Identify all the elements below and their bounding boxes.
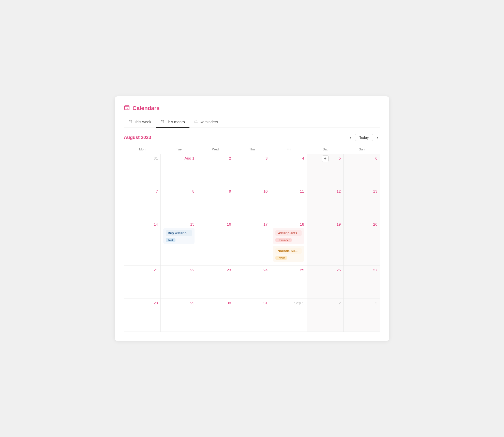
day-number: 13 (346, 189, 377, 193)
app-title: Calendars (132, 105, 159, 112)
day-number: 30 (200, 301, 231, 305)
event-card-reminder[interactable]: Water plants Reminder (273, 228, 304, 244)
reminders-icon (194, 120, 198, 124)
day-number: 10 (236, 189, 268, 193)
calendar-container: Calendars This week This month (115, 96, 389, 341)
day-cell-2[interactable]: 2 (197, 154, 234, 187)
day-number: 3 (346, 301, 377, 305)
day-cell-7[interactable]: 7 (124, 187, 161, 220)
svg-rect-0 (125, 106, 129, 110)
svg-rect-4 (161, 120, 164, 123)
day-cell-27[interactable]: 27 (344, 266, 380, 299)
event-title-reminder: Water plants (275, 230, 302, 236)
calendar-icon (124, 104, 130, 112)
day-number: 22 (163, 268, 195, 272)
event-badge-reminder: Reminder (275, 238, 292, 242)
month-nav: August 2023 ‹ Today › (124, 134, 380, 141)
tab-this-month[interactable]: This month (156, 117, 189, 128)
day-number: 23 (200, 268, 231, 272)
day-number: 3 (236, 156, 268, 160)
prev-month-button[interactable]: ‹ (348, 134, 353, 141)
day-number: 9 (200, 189, 231, 193)
this-month-icon (160, 120, 164, 124)
day-number: 20 (346, 222, 377, 226)
day-header-wed: Wed (197, 145, 234, 154)
day-cell-4[interactable]: 4 (270, 154, 307, 187)
day-number: 17 (236, 222, 268, 226)
event-card-task[interactable]: Buy waterin... Task (163, 228, 195, 244)
day-cell-24[interactable]: 24 (234, 266, 270, 299)
day-cell-10[interactable]: 10 (234, 187, 270, 220)
tab-this-month-label: This month (166, 120, 185, 124)
day-cell-sep1[interactable]: Sep 1 (270, 299, 307, 332)
day-cell-5[interactable]: 5 + (307, 154, 344, 187)
tab-this-week[interactable]: This week (124, 117, 156, 128)
day-header-tue: Tue (160, 145, 197, 154)
nav-controls: ‹ Today › (348, 134, 380, 141)
day-cell-26[interactable]: 26 (307, 266, 344, 299)
svg-rect-3 (129, 120, 132, 123)
day-cell-31-prev[interactable]: 31 (124, 154, 161, 187)
day-number: Sep 1 (273, 301, 304, 305)
this-week-icon (128, 120, 132, 124)
day-number: 16 (200, 222, 231, 226)
day-cell-sep2[interactable]: 2 (307, 299, 344, 332)
day-number: 28 (127, 301, 158, 305)
today-button[interactable]: Today (355, 134, 373, 141)
day-cell-22[interactable]: 22 (160, 266, 197, 299)
event-badge-event: Event (275, 256, 287, 260)
day-cell-29[interactable]: 29 (160, 299, 197, 332)
day-number: 19 (309, 222, 341, 226)
week-row: 31 Aug 1 2 3 4 5 + 6 (124, 154, 380, 187)
day-cell-16[interactable]: 16 (197, 220, 234, 266)
day-number: 12 (309, 189, 341, 193)
day-cell-14[interactable]: 14 (124, 220, 161, 266)
month-title: August 2023 (124, 135, 151, 140)
tab-reminders[interactable]: Reminders (189, 117, 223, 128)
day-cell-25[interactable]: 25 (270, 266, 307, 299)
day-number: 2 (309, 301, 341, 305)
day-number: 24 (236, 268, 268, 272)
day-cell-19[interactable]: 19 (307, 220, 344, 266)
day-cell-17[interactable]: 17 (234, 220, 270, 266)
day-number: Aug 1 (163, 156, 195, 160)
day-number: 27 (346, 268, 377, 272)
day-cell-23[interactable]: 23 (197, 266, 234, 299)
day-cell-11[interactable]: 11 (270, 187, 307, 220)
day-cell-9[interactable]: 9 (197, 187, 234, 220)
week-row: 21 22 23 24 25 26 27 (124, 266, 380, 299)
day-number: 2 (200, 156, 231, 160)
day-header-fri: Fri (270, 145, 307, 154)
day-number: 31 (236, 301, 268, 305)
day-number: 7 (127, 189, 158, 193)
next-month-button[interactable]: › (375, 134, 380, 141)
day-number: 18 (273, 222, 304, 226)
week-row: 28 29 30 31 Sep 1 2 3 (124, 299, 380, 332)
day-number: 29 (163, 301, 195, 305)
day-cell-8[interactable]: 8 (160, 187, 197, 220)
day-number: 31 (127, 156, 158, 160)
day-cell-18[interactable]: 18 Water plants Reminder Nocode Su... Ev… (270, 220, 307, 266)
day-number: 6 (346, 156, 377, 160)
add-event-button-5[interactable]: + (322, 155, 329, 162)
day-cell-31[interactable]: 31 (234, 299, 270, 332)
day-cell-12[interactable]: 12 (307, 187, 344, 220)
day-number: 11 (273, 189, 304, 193)
day-cell-30[interactable]: 30 (197, 299, 234, 332)
day-cell-20[interactable]: 20 (344, 220, 380, 266)
event-title-nocode: Nocode Su... (275, 248, 302, 254)
event-card-nocode[interactable]: Nocode Su... Event (273, 246, 304, 262)
tab-this-week-label: This week (134, 120, 151, 124)
day-cell-21[interactable]: 21 (124, 266, 161, 299)
day-cell-28[interactable]: 28 (124, 299, 161, 332)
day-cell-3[interactable]: 3 (234, 154, 270, 187)
day-cell-aug1[interactable]: Aug 1 (160, 154, 197, 187)
day-number: 8 (163, 189, 195, 193)
day-cell-13[interactable]: 13 (344, 187, 380, 220)
day-cell-6[interactable]: 6 (344, 154, 380, 187)
day-cell-15[interactable]: 15 Buy waterin... Task (160, 220, 197, 266)
week-row: 7 8 9 10 11 12 13 (124, 187, 380, 220)
day-cell-sep3[interactable]: 3 (344, 299, 380, 332)
day-number: 26 (309, 268, 341, 272)
day-header-thu: Thu (234, 145, 270, 154)
